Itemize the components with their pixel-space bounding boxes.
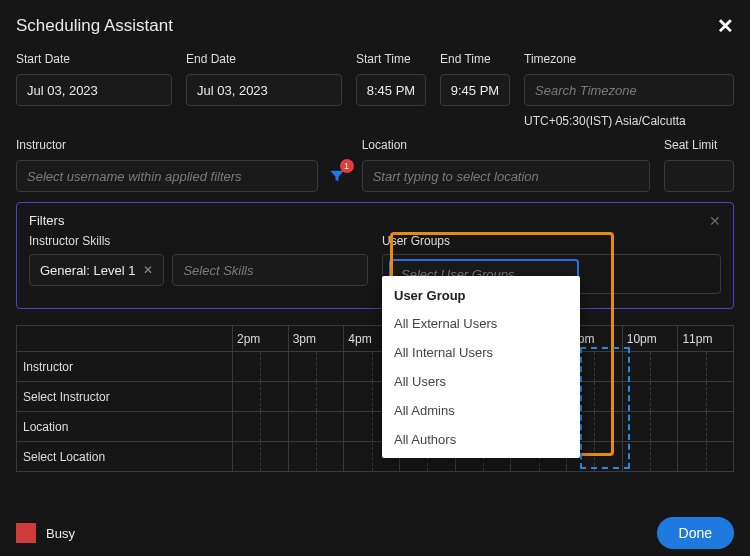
start-date-input[interactable]: Jul 03, 2023 bbox=[16, 74, 172, 106]
close-icon[interactable]: ✕ bbox=[717, 14, 734, 38]
dropdown-item[interactable]: All Internal Users bbox=[382, 338, 580, 367]
done-button[interactable]: Done bbox=[657, 517, 734, 549]
end-date-input[interactable]: Jul 03, 2023 bbox=[186, 74, 342, 106]
hour-col: 3pm bbox=[289, 326, 345, 351]
timezone-label: Timezone bbox=[524, 52, 734, 66]
filter-icon[interactable]: 1 bbox=[326, 165, 348, 187]
location-input[interactable]: Start typing to select location bbox=[362, 160, 650, 192]
user-groups-dropdown: User Group All External Users All Intern… bbox=[382, 276, 580, 458]
timezone-hint: UTC+05:30(IST) Asia/Calcutta bbox=[524, 114, 734, 128]
instructor-skills-label: Instructor Skills bbox=[29, 234, 368, 248]
instructor-label: Instructor bbox=[16, 138, 348, 152]
dropdown-item[interactable]: All Authors bbox=[382, 425, 580, 454]
busy-legend-label: Busy bbox=[46, 526, 75, 541]
hour-col: 10pm bbox=[623, 326, 679, 351]
user-groups-label: User Groups bbox=[382, 234, 721, 248]
dropdown-item[interactable]: All Admins bbox=[382, 396, 580, 425]
location-label: Location bbox=[362, 138, 650, 152]
hour-col: 11pm bbox=[678, 326, 733, 351]
timeline-row-label[interactable]: Select Location bbox=[17, 442, 233, 471]
filters-panel: Filters ✕ Instructor Skills General: Lev… bbox=[16, 202, 734, 309]
filters-title: Filters bbox=[29, 213, 721, 228]
start-time-label: Start Time bbox=[356, 52, 426, 66]
start-date-label: Start Date bbox=[16, 52, 172, 66]
timeline-grid: 2pm 3pm 4pm 9pm 10pm 11pm Instructor Sel… bbox=[16, 325, 734, 472]
instructor-input[interactable]: Select username within applied filters bbox=[16, 160, 318, 192]
skills-input[interactable]: Select Skills bbox=[172, 254, 368, 286]
seat-limit-input[interactable] bbox=[664, 160, 734, 192]
busy-swatch bbox=[16, 523, 36, 543]
skill-chip-label: General: Level 1 bbox=[40, 263, 135, 278]
end-time-label: End Time bbox=[440, 52, 510, 66]
filters-close-icon[interactable]: ✕ bbox=[709, 213, 721, 229]
timeline-row-label: Instructor bbox=[17, 352, 233, 381]
hour-col: 2pm bbox=[233, 326, 289, 351]
timeline-row-label[interactable]: Select Instructor bbox=[17, 382, 233, 411]
dropdown-item[interactable]: All External Users bbox=[382, 309, 580, 338]
seat-limit-label: Seat Limit bbox=[664, 138, 734, 152]
timeline-row-label: Location bbox=[17, 412, 233, 441]
dropdown-item[interactable]: All Users bbox=[382, 367, 580, 396]
filter-count-badge: 1 bbox=[340, 159, 354, 173]
start-time-input[interactable]: 8:45 PM bbox=[356, 74, 426, 106]
end-time-input[interactable]: 9:45 PM bbox=[440, 74, 510, 106]
timezone-input[interactable]: Search Timezone bbox=[524, 74, 734, 106]
skill-chip[interactable]: General: Level 1 ✕ bbox=[29, 254, 164, 286]
dialog-title: Scheduling Assistant bbox=[16, 16, 173, 36]
end-date-label: End Date bbox=[186, 52, 342, 66]
dropdown-header: User Group bbox=[382, 280, 580, 309]
skill-chip-remove-icon[interactable]: ✕ bbox=[143, 263, 153, 277]
